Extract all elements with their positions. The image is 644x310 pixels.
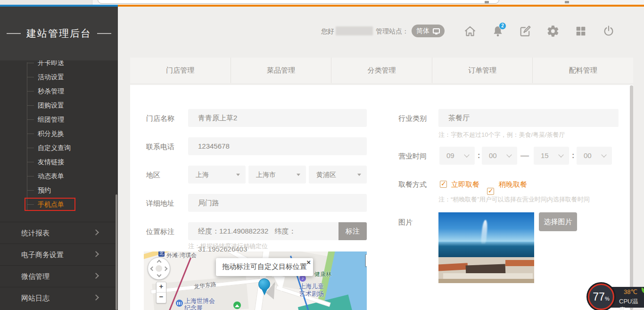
sidebar-scrollbar[interactable]	[116, 194, 117, 310]
apps-grid-icon[interactable]	[574, 25, 587, 38]
browser-strip	[0, 0, 644, 5]
tree-tick	[27, 105, 34, 106]
location-input[interactable]: 经度：121.490882232 纬度：31.1952626403	[188, 222, 339, 240]
location-note: 注：根据经纬度进行精确定位	[188, 242, 268, 251]
pickup-later-label[interactable]: 稍晚取餐	[499, 180, 527, 189]
location-map[interactable]: 外滩·湾璞会 龙华东路 上海世博会 纪念展 上海儿童 艺术剧场 健康林 ♪ 拖动…	[144, 251, 367, 310]
mountain-glyph	[235, 304, 239, 307]
pan-up-icon[interactable]	[157, 260, 162, 265]
close-icon[interactable]: ×	[306, 258, 311, 266]
poi-theater-label-2: 艺术剧场	[299, 290, 324, 298]
pickup-now-checkbox[interactable]: ✓	[440, 181, 447, 188]
tree-tick	[27, 176, 34, 176]
tab-store-manage[interactable]: 门店管理	[130, 58, 231, 83]
tree-tick	[27, 77, 34, 77]
pickup-now-label[interactable]: 立即取餐	[451, 180, 479, 189]
sidebar-item-points-exchange[interactable]: 积分兑换	[0, 126, 118, 141]
tab-order-manage[interactable]: 订单管理	[432, 58, 533, 83]
tree-tick	[27, 190, 34, 191]
map-zoom-control[interactable]: + −	[156, 282, 166, 303]
pan-knob[interactable]	[156, 265, 162, 272]
open-minute-select[interactable]: 00	[482, 147, 517, 165]
pan-right-icon[interactable]	[163, 267, 168, 271]
caret-down-icon	[297, 174, 300, 176]
open-hour-select[interactable]: 09	[439, 147, 475, 165]
sidebar-group-ecommerce[interactable]: 电子商务设置	[0, 243, 118, 265]
monitor-icon	[433, 28, 440, 34]
language-button[interactable]: 简体	[412, 25, 445, 37]
store-name-label: 门店名称	[146, 114, 174, 123]
photo-roof	[505, 260, 534, 266]
pan-down-icon[interactable]	[157, 273, 162, 277]
tab-category-manage[interactable]: 分类管理	[331, 58, 432, 83]
sidebar-group-statistics[interactable]: 统计报表	[0, 222, 118, 243]
phone-input[interactable]: 12345678	[188, 137, 367, 155]
tab-ingredient-manage[interactable]: 配料管理	[533, 58, 633, 83]
sidebar-item-activity-settings[interactable]: 活动设置	[0, 70, 118, 84]
industry-input[interactable]: 茶餐厅	[438, 109, 619, 127]
map-view-toggle: 地图 卫星	[365, 254, 366, 267]
chevron-right-icon	[93, 273, 99, 279]
map-pan-control[interactable]	[148, 257, 170, 280]
panel-scrollbar[interactable]	[630, 85, 633, 310]
check-icon: ✓	[441, 180, 446, 187]
photo-lake	[438, 242, 534, 257]
photo-facade	[438, 279, 534, 283]
sidebar-item-group-buy[interactable]: 团购设置	[0, 98, 118, 112]
lng-value: 121.490882232	[219, 227, 268, 235]
photo-roof	[438, 263, 468, 271]
tab-dish-manage[interactable]: 菜品管理	[231, 58, 332, 83]
caret-down-icon	[236, 174, 240, 176]
district-select[interactable]: 黄浦区	[309, 166, 367, 184]
poi-park-label: 健康林	[314, 270, 331, 278]
museum-pillars	[177, 302, 182, 305]
sidebar-group-site-log[interactable]: 网站日志	[0, 287, 118, 310]
address-input[interactable]: 局门路	[188, 194, 367, 212]
close-hour-select[interactable]: 15	[534, 147, 569, 165]
sidebar-group-wechat[interactable]: 微信管理	[0, 265, 118, 287]
cpu-usage-circle[interactable]: 77%	[588, 284, 614, 310]
browser-extension-icon[interactable]	[565, 1, 569, 3]
store-name-input[interactable]: 青青原上草2	[188, 109, 367, 127]
mark-location-button[interactable]: 标注	[339, 222, 367, 240]
zoom-out-button[interactable]: −	[157, 293, 166, 303]
annotation-highlight-box	[25, 198, 75, 211]
region-label: 地区	[146, 171, 160, 180]
choose-image-button[interactable]: 选择图片	[539, 212, 577, 231]
close-minute-select[interactable]: 00	[577, 147, 612, 165]
check-icon: ✓	[488, 187, 494, 194]
sidebar-item-flash-sale[interactable]: 秒杀管理	[0, 84, 118, 98]
sidebar-item-custom-query[interactable]: 自定义查询	[0, 141, 118, 155]
tree-tick	[27, 162, 34, 162]
location-label: 位置标注	[146, 227, 174, 236]
browser-address-bar[interactable]	[98, 0, 499, 4]
chevron-right-icon	[93, 294, 99, 301]
satellite-view-button[interactable]: 卫星	[366, 255, 367, 266]
tree-tick	[27, 119, 34, 120]
tree-tick	[27, 148, 34, 148]
cpu-monitor-widget[interactable]: 77% 38℃ CPU温度	[588, 284, 644, 310]
sidebar-item-friend-links[interactable]: 友情链接	[0, 155, 118, 169]
home-icon[interactable]	[463, 25, 477, 38]
pickup-later-checkbox[interactable]: ✓	[487, 188, 494, 195]
title-dash-left	[7, 33, 21, 34]
notification-badge: 2	[499, 22, 506, 30]
sidebar-item-team-manage[interactable]: 组团管理	[0, 112, 118, 126]
pan-left-icon[interactable]	[150, 267, 155, 271]
username-redacted	[336, 26, 373, 35]
cpu-temperature: 38℃	[624, 288, 637, 295]
sidebar-title-block: 建站管理后台	[0, 7, 118, 60]
province-select[interactable]: 上海	[188, 166, 246, 184]
music-poi-icon: ♪	[299, 275, 306, 282]
browser-extension-icon[interactable]	[485, 1, 489, 3]
map-pin-tail	[262, 289, 267, 295]
sidebar-item-dynamic-form[interactable]: 动态表单	[0, 169, 118, 183]
chevron-down-icon	[601, 152, 606, 157]
menu-tree-line	[27, 62, 27, 211]
zoom-in-button[interactable]: +	[157, 282, 166, 293]
gear-icon[interactable]	[546, 25, 560, 38]
edit-icon[interactable]	[519, 25, 532, 38]
sidebar-item-reservation[interactable]: 预约	[0, 183, 118, 197]
power-icon[interactable]	[602, 25, 615, 38]
city-select[interactable]: 上海市	[248, 166, 306, 184]
